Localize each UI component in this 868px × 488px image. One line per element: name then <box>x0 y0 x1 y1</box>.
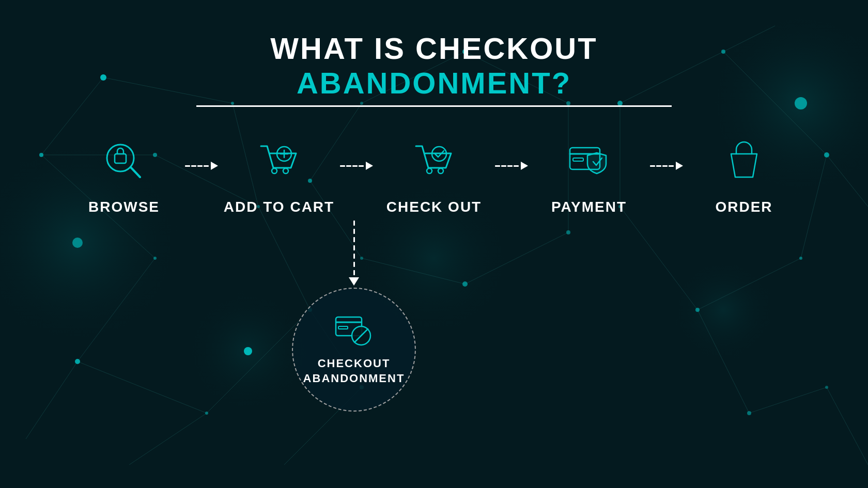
title-prefix: WHAT IS CHECKOUT <box>270 32 597 65</box>
add-to-cart-icon <box>253 137 305 183</box>
svg-point-76 <box>438 168 443 174</box>
svg-rect-79 <box>573 158 583 161</box>
abandonment-section: CHECKOUT ABANDONMENT <box>292 215 416 412</box>
abandonment-icon <box>333 313 375 349</box>
payment-icon <box>563 137 615 183</box>
add-to-cart-label: ADD TO CART <box>224 199 334 215</box>
abandonment-label: CHECKOUT ABANDONMENT <box>303 356 405 386</box>
flow-diagram: BROWSE <box>72 137 796 215</box>
browse-label: BROWSE <box>88 199 160 215</box>
browse-icon <box>98 137 150 183</box>
checkout-abandonment-circle: CHECKOUT ABANDONMENT <box>292 288 416 412</box>
order-label: ORDER <box>715 199 772 215</box>
arrow-2 <box>331 156 382 170</box>
arrow-4 <box>641 156 692 170</box>
svg-rect-82 <box>338 326 348 329</box>
svg-point-72 <box>272 168 277 174</box>
svg-line-68 <box>131 167 140 177</box>
arrow-1 <box>176 156 227 170</box>
svg-rect-67 <box>115 154 126 163</box>
check-out-icon <box>408 137 460 183</box>
svg-point-75 <box>427 168 432 174</box>
page-title: WHAT IS CHECKOUT ABANDONMENT? <box>196 31 672 107</box>
flow-step-payment: PAYMENT <box>537 137 641 215</box>
svg-point-73 <box>283 168 288 174</box>
flow-step-browse: BROWSE <box>72 137 176 215</box>
title-accent: ABANDONMENT? <box>297 66 571 100</box>
check-out-label: CHECK OUT <box>386 199 482 215</box>
payment-label: PAYMENT <box>551 199 627 215</box>
vertical-arrow <box>349 221 359 288</box>
flow-step-order: ORDER <box>692 137 796 215</box>
flow-step-check-out: CHECK OUT <box>382 137 486 215</box>
flow-step-add-to-cart: ADD TO CART <box>227 137 331 215</box>
arrow-3 <box>486 156 537 170</box>
order-icon <box>718 137 770 183</box>
